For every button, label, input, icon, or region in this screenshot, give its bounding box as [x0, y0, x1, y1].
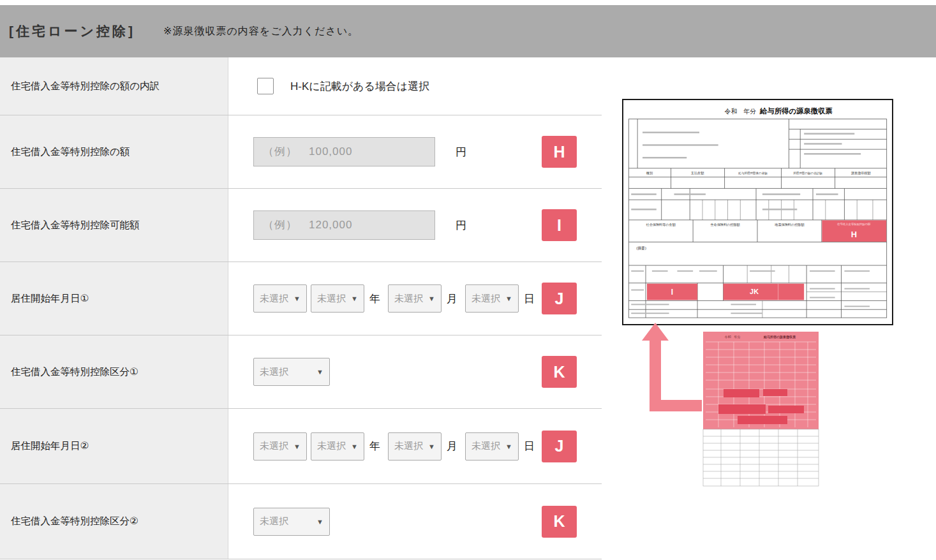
year-select-2[interactable]: 未選択 ▼ — [311, 432, 364, 461]
svg-text:社会保険料等の金額: 社会保険料等の金額 — [646, 223, 676, 227]
day-unit-label: 日 — [524, 439, 535, 453]
main-content: 住宅借入金等特別控除の額の内訳 H-Kに記載がある場合は選択 住宅借入金等特別控… — [0, 57, 936, 560]
chevron-down-icon: ▼ — [293, 443, 301, 450]
slip-highlight-i: I — [647, 284, 697, 300]
month-unit-label: 月 — [447, 439, 457, 453]
svg-text:生命保険料の控除額: 生命保険料の控除額 — [710, 223, 740, 227]
svg-text:源泉徴収税額: 源泉徴収税額 — [851, 171, 872, 175]
select-value: 未選択 — [317, 293, 346, 305]
era-select-2[interactable]: 未選択 ▼ — [253, 432, 307, 461]
form-row-deduction-category-1: 住宅借入金等特別控除区分① 未選択 ▼ K — [0, 335, 602, 409]
deduction-category-select-2[interactable]: 未選択 ▼ — [253, 508, 330, 536]
row-content: 未選択 ▼ K — [228, 335, 602, 408]
svg-text:I: I — [671, 288, 673, 297]
select-value: 未選択 — [394, 293, 423, 305]
special-deduction-amount-input[interactable] — [253, 137, 435, 166]
row-content: 未選択 ▼ 未選択 ▼ 年 未選択 ▼ 月 未選択 ▼ — [228, 409, 602, 483]
reference-panel: 令和 年分 給与所得の源泉徴収票 — [602, 57, 936, 560]
row-content: H-Kに記載がある場合は選択 — [228, 57, 602, 115]
chevron-down-icon: ▼ — [505, 295, 512, 302]
select-value: 未選択 — [260, 440, 288, 452]
badge-i: I — [542, 209, 577, 241]
form-row-deduction-breakdown: 住宅借入金等特別控除の額の内訳 H-Kに記載がある場合は選択 — [0, 57, 602, 115]
deductible-limit-amount-input[interactable] — [253, 210, 435, 240]
day-select-2[interactable]: 未選択 ▼ — [465, 432, 519, 461]
yen-unit-label: 円 — [456, 145, 466, 159]
select-value: 未選択 — [260, 366, 288, 378]
row-label: 住宅借入金等特別控除区分② — [0, 484, 228, 559]
badge-j: J — [542, 283, 577, 314]
form-row-deductible-limit-amount: 住宅借入金等特別控除可能額 円 I — [0, 189, 602, 262]
checkbox-label: H-Kに記載がある場合は選択 — [290, 79, 429, 94]
year-unit-label: 年 — [369, 291, 380, 306]
svg-text:(摘要): (摘要) — [636, 246, 646, 251]
select-value: 未選択 — [260, 515, 288, 527]
svg-text:JK: JK — [750, 288, 759, 295]
select-value: 未選択 — [394, 440, 423, 452]
badge-h: H — [542, 136, 577, 168]
day-select-1[interactable]: 未選択 ▼ — [465, 284, 519, 313]
row-label: 住宅借入金等特別控除の額 — [0, 115, 228, 188]
month-select-2[interactable]: 未選択 ▼ — [388, 432, 442, 461]
month-unit-label: 月 — [447, 291, 457, 306]
row-content: 円 I — [228, 189, 602, 262]
chevron-down-icon: ▼ — [351, 295, 358, 302]
svg-text:H: H — [851, 230, 857, 239]
chevron-down-icon: ▼ — [316, 368, 323, 376]
hk-entry-checkbox[interactable] — [257, 78, 274, 94]
select-value: 未選択 — [260, 293, 288, 305]
slip-title: 令和 年分 給与所得の源泉徴収票 — [725, 107, 833, 115]
row-content: 未選択 ▼ K — [228, 484, 602, 559]
row-label: 住宅借入金等特別控除可能額 — [0, 189, 228, 262]
yen-unit-label: 円 — [456, 218, 466, 233]
era-select-1[interactable]: 未選択 ▼ — [253, 284, 307, 313]
day-unit-label: 日 — [524, 291, 535, 306]
svg-text:給与所得の源泉徴収票: 給与所得の源泉徴収票 — [763, 335, 796, 339]
chevron-down-icon: ▼ — [316, 518, 323, 526]
form-row-deduction-category-2: 住宅借入金等特別控除区分② 未選択 ▼ K — [0, 484, 602, 559]
chevron-down-icon: ▼ — [293, 295, 301, 302]
select-value: 未選択 — [472, 440, 500, 452]
section-header: [住宅ローン控除] ※源泉徴収票の内容をご入力ください。 — [0, 5, 936, 57]
svg-text:地震保険料の控除額: 地震保険料の控除額 — [774, 223, 805, 227]
page-title: [住宅ローン控除] — [9, 22, 135, 40]
row-content: 円 H — [228, 115, 602, 188]
svg-text:給与所得の源泉徴収票: 給与所得の源泉徴収票 — [759, 107, 833, 115]
chevron-down-icon: ▼ — [505, 443, 512, 450]
header-note: ※源泉徴収票の内容をご入力ください。 — [163, 25, 359, 38]
chevron-down-icon: ▼ — [428, 443, 435, 450]
form-row-move-in-date-2: 居住開始年月日② 未選択 ▼ 未選択 ▼ 年 未選択 ▼ 月 — [0, 409, 602, 484]
housing-loan-deduction-page: [住宅ローン控除] ※源泉徴収票の内容をご入力ください。 住宅借入金等特別控除の… — [0, 5, 936, 560]
year-select-1[interactable]: 未選択 ▼ — [311, 284, 364, 313]
select-value: 未選択 — [317, 440, 346, 452]
small-slip-pink-area: 令和 年分 給与所得の源泉徴収票 — [703, 332, 819, 429]
month-select-1[interactable]: 未選択 ▼ — [388, 284, 442, 313]
badge-k: K — [542, 506, 577, 538]
year-unit-label: 年 — [369, 439, 380, 453]
withholding-slip-thumbnail: 令和 年分 給与所得の源泉徴収票 — [702, 330, 820, 488]
chevron-down-icon: ▼ — [351, 443, 358, 450]
svg-text:給与所得控除後の金額: 給与所得控除後の金額 — [738, 171, 768, 175]
form-row-move-in-date-1: 居住開始年月日① 未選択 ▼ 未選択 ▼ 年 未選択 ▼ 月 — [0, 262, 602, 335]
small-slip-bottom-grid — [703, 429, 819, 486]
select-value: 未選択 — [472, 293, 500, 305]
slip-highlight-h: 住宅借入金等特別控除の額 H — [822, 220, 886, 242]
chevron-down-icon: ▼ — [428, 295, 435, 302]
form-row-special-deduction-amount: 住宅借入金等特別控除の額 円 H — [0, 115, 602, 189]
row-label: 住宅借入金等特別控除区分① — [0, 335, 228, 408]
badge-j: J — [542, 431, 577, 462]
row-label: 住宅借入金等特別控除の額の内訳 — [0, 57, 228, 115]
slip-highlight-jk: JK — [724, 284, 805, 300]
deduction-category-select-1[interactable]: 未選択 ▼ — [253, 358, 330, 386]
form-area: 住宅借入金等特別控除の額の内訳 H-Kに記載がある場合は選択 住宅借入金等特別控… — [0, 57, 602, 560]
svg-text:支払金額: 支払金額 — [691, 171, 704, 175]
row-content: 未選択 ▼ 未選択 ▼ 年 未選択 ▼ 月 未選択 ▼ — [228, 262, 602, 335]
svg-text:令和 年分: 令和 年分 — [725, 335, 741, 339]
row-label: 居住開始年月日② — [0, 409, 228, 483]
withholding-slip-image: 令和 年分 給与所得の源泉徴収票 — [622, 99, 893, 325]
svg-text:令和 年分: 令和 年分 — [725, 108, 757, 115]
svg-text:所得控除の額の合計額: 所得控除の額の合計額 — [793, 171, 822, 175]
badge-k: K — [542, 356, 577, 388]
row-label: 居住開始年月日① — [0, 262, 228, 335]
svg-text:種別: 種別 — [646, 171, 653, 175]
